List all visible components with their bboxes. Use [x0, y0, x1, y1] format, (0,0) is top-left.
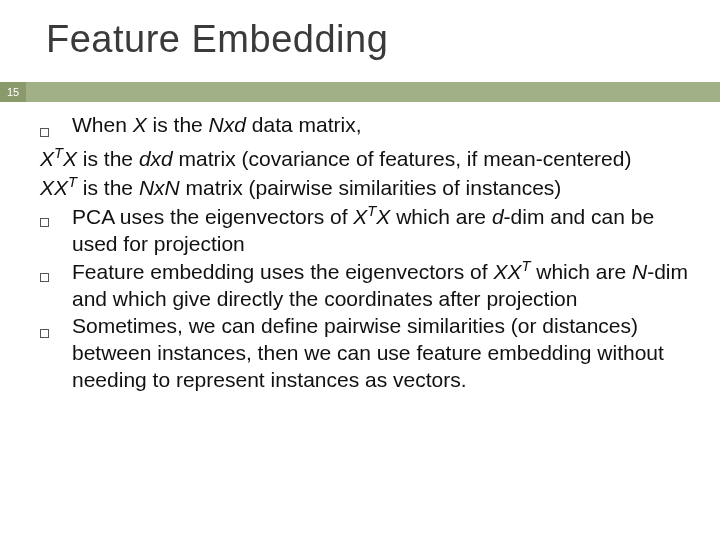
bullet-line-1: When X is the Nxd data matrix, — [40, 112, 690, 144]
t: PCA uses the eigenvectors of — [72, 205, 353, 228]
var: NxN — [139, 176, 180, 199]
t: matrix (covariance of features, if mean-… — [173, 147, 632, 170]
line-4-text: PCA uses the eigenvectors of XTX which a… — [72, 202, 690, 258]
t: Feature embedding uses the eigenvectors … — [72, 260, 493, 283]
continuation-line-3: XXT is the NxN matrix (pairwise similari… — [40, 173, 690, 202]
var: dxd — [139, 147, 173, 170]
var: d — [492, 205, 504, 228]
t: which are — [530, 260, 632, 283]
page-number-box: 15 — [0, 82, 26, 102]
sup: T — [68, 174, 77, 190]
var: Nxd — [209, 113, 246, 136]
content-area: When X is the Nxd data matrix, XTX is th… — [40, 112, 690, 394]
var: X — [133, 113, 147, 136]
var: X — [376, 205, 390, 228]
square-bullet-icon — [40, 218, 49, 227]
bullet-line-6: Sometimes, we can define pairwise simila… — [40, 313, 690, 394]
continuation-line-2: XTX is the dxd matrix (covariance of fea… — [40, 144, 690, 173]
var: X — [353, 205, 367, 228]
square-bullet-icon — [40, 128, 49, 137]
t: is the — [147, 113, 209, 136]
var: X — [63, 147, 77, 170]
var: N — [632, 260, 647, 283]
square-bullet-icon — [40, 273, 49, 282]
line-5-text: Feature embedding uses the eigenvectors … — [72, 257, 690, 313]
line-6-text: Sometimes, we can define pairwise simila… — [72, 313, 690, 394]
line-2-text: XTX is the dxd matrix (covariance of fea… — [40, 144, 690, 173]
var: XX — [493, 260, 521, 283]
line-1-text: When X is the Nxd data matrix, — [72, 112, 690, 144]
t: is the — [77, 147, 139, 170]
slide-title: Feature Embedding — [46, 18, 696, 61]
square-bullet-icon — [40, 329, 49, 338]
accent-bar — [0, 82, 720, 102]
sup: T — [54, 145, 63, 161]
t: is the — [77, 176, 139, 199]
bullet-line-5: Feature embedding uses the eigenvectors … — [40, 257, 690, 313]
sup: T — [367, 203, 376, 219]
line-3-text: XXT is the NxN matrix (pairwise similari… — [40, 173, 690, 202]
bullet-line-4: PCA uses the eigenvectors of XTX which a… — [40, 202, 690, 258]
t: matrix (pairwise similarities of instanc… — [180, 176, 562, 199]
t: which are — [390, 205, 492, 228]
var: X — [40, 147, 54, 170]
t: When — [72, 113, 133, 136]
t: data matrix, — [246, 113, 362, 136]
slide: Feature Embedding 15 When X is the Nxd d… — [0, 0, 720, 540]
var: XX — [40, 176, 68, 199]
